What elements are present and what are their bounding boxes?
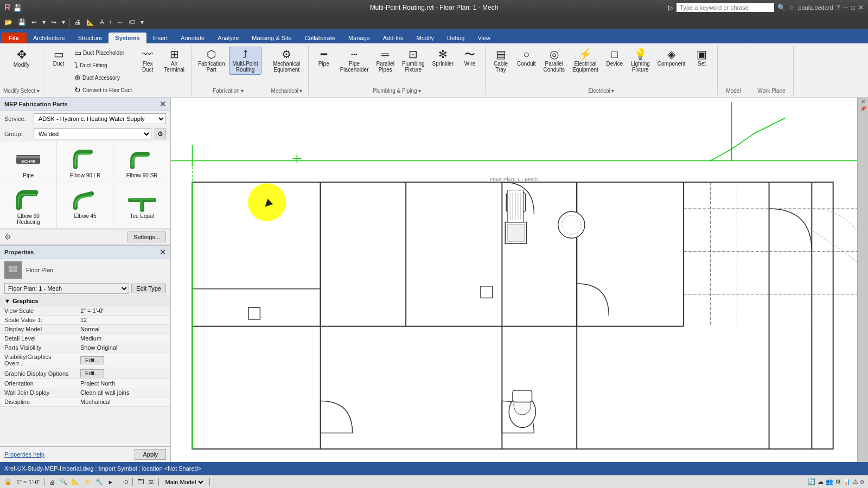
plumbing-expand-icon[interactable]: ▾ (418, 88, 421, 94)
text-btn[interactable]: A (98, 17, 106, 27)
multi-point-routing-btn[interactable]: ⤴ Multi-PointRouting (229, 47, 261, 75)
apply-btn[interactable]: Apply (135, 449, 166, 460)
measure-btn[interactable]: 📐 (84, 17, 97, 27)
part-item-elbow90lr[interactable]: Elbow 90 LR (57, 142, 114, 182)
fabrication-expand-icon[interactable]: ▾ (241, 88, 244, 94)
tab-file[interactable]: File (1, 33, 27, 43)
dimension-btn[interactable]: ↔ (114, 17, 125, 27)
mechanical-equipment-btn[interactable]: ⚙ MechanicalEquipment (270, 47, 304, 75)
settings-btn[interactable]: Settings... (127, 232, 166, 242)
tag-btn[interactable]: 🏷 (126, 17, 137, 27)
electrical-equipment-btn[interactable]: ⚡ ElectricalEquipment (569, 47, 602, 75)
settings-icon[interactable]: ⚙ (835, 478, 841, 485)
pipe-btn[interactable]: ━ Pipe (312, 47, 336, 69)
minimize-btn[interactable]: ─ (843, 4, 848, 11)
edit-type-btn[interactable]: Edit Type (131, 284, 166, 293)
status-icon-2[interactable]: 🖨 (49, 479, 55, 485)
prop-value[interactable]: Edit... (76, 368, 170, 379)
open-btn[interactable]: 📂 (2, 17, 15, 27)
model-select[interactable]: Main Model (163, 478, 205, 486)
pipe-placeholder-btn[interactable]: ┄ PipePlaceholder (337, 47, 372, 75)
tab-debug[interactable]: Debug (441, 33, 471, 43)
tab-view[interactable]: View (471, 33, 497, 43)
properties-help-link[interactable]: Properties help (4, 451, 44, 458)
help-icon[interactable]: ? (837, 4, 840, 11)
canvas-area[interactable]: Floor Plan: 1 - Mech (171, 98, 857, 462)
tab-insert[interactable]: Insert (146, 33, 175, 43)
sync-icon[interactable]: 🔄 (808, 478, 815, 485)
part-item-pipe[interactable]: SCH40 Pipe (0, 142, 57, 182)
air-terminal-btn[interactable]: ⊞ AirTerminal (161, 47, 188, 75)
status-icon-4[interactable]: 📐 (72, 478, 79, 485)
print-btn[interactable]: 🖨 (72, 17, 83, 27)
part-item-teeequal[interactable]: Tee Equal (113, 182, 170, 229)
status-icon-7[interactable]: ► (107, 479, 113, 485)
cable-tray-btn[interactable]: ▤ CableTray (489, 47, 513, 75)
conduit-btn[interactable]: ○ Conduit (514, 47, 539, 69)
star-icon[interactable]: ☆ (789, 4, 795, 11)
quick-save-icon[interactable]: 💾 (13, 4, 22, 12)
parallel-pipes-btn[interactable]: ═ ParallelPipes (373, 47, 398, 75)
service-select[interactable]: ADSK - Hydronic: Heating Water Supply (34, 113, 166, 124)
tab-systems[interactable]: Systems (108, 33, 146, 43)
view-select[interactable]: Floor Plan: 1 - Mech (4, 283, 129, 294)
more-btn[interactable]: ▾ (138, 17, 146, 27)
part-item-elbow90reducing[interactable]: Elbow 90Reducing (0, 182, 57, 229)
mep-panel-close-btn[interactable]: ✕ (159, 100, 166, 108)
properties-panel-close-btn[interactable]: ✕ (159, 248, 166, 256)
tab-massing[interactable]: Massing & Site (245, 33, 298, 43)
status-icon-6[interactable]: 🔧 (95, 478, 103, 485)
part-item-elbow90sr[interactable]: Elbow 90 SR (113, 142, 170, 182)
prop-value[interactable]: Edit... (76, 352, 170, 368)
tab-addins[interactable]: Add-Ins (376, 33, 410, 43)
tab-analyze[interactable]: Analyze (211, 33, 245, 43)
status-scale[interactable]: 1" = 1'-0" (16, 479, 40, 485)
mechanical-expand-icon[interactable]: ▾ (299, 88, 302, 94)
graphics-section-header[interactable]: ▼ Graphics (0, 296, 170, 306)
tab-collaborate[interactable]: Collaborate (298, 33, 342, 43)
search-btn[interactable]: 🔍 (777, 4, 786, 11)
fabrication-part-btn[interactable]: ⬡ FabricationPart (195, 47, 228, 75)
redo-drop-btn[interactable]: ▾ (60, 17, 67, 27)
close-btn[interactable]: ✕ (858, 4, 864, 11)
undo-drop-btn[interactable]: ▾ (40, 17, 48, 27)
tab-annotate[interactable]: Annotate (174, 33, 211, 43)
wire-btn[interactable]: 〜 Wire (458, 47, 482, 69)
tab-architecture[interactable]: Architecture (27, 33, 72, 43)
detail-line-btn[interactable]: / (107, 17, 113, 27)
maximize-btn[interactable]: □ (851, 4, 855, 11)
collab-icon[interactable]: 👥 (826, 478, 833, 485)
right-panel-pin[interactable]: 📌 (860, 106, 866, 112)
tab-modify[interactable]: Modify (410, 33, 441, 43)
modify-btn[interactable]: ✥ Modify (10, 47, 34, 70)
part-item-elbow45[interactable]: Elbow 45 (57, 182, 114, 229)
duct-placeholder-btn[interactable]: ▭ Duct Placeholder (72, 47, 135, 59)
duct-fitting-btn[interactable]: ⤵ Duct Fitting (72, 59, 135, 71)
group-settings-btn[interactable]: ⚙ (155, 129, 166, 139)
status-icon-3[interactable]: 🔍 (60, 478, 67, 485)
select-dropdown[interactable]: Select ▾ (20, 88, 40, 94)
tab-manage[interactable]: Manage (342, 33, 376, 43)
undo-btn[interactable]: ↩ (29, 17, 39, 27)
save-btn[interactable]: 💾 (16, 17, 28, 27)
cloud-icon[interactable]: ☁ (818, 478, 824, 485)
duct-accessory-btn[interactable]: ⊕ Duct Accessory (72, 72, 135, 84)
search-input[interactable] (676, 3, 774, 12)
status-icon-5[interactable]: ⚡ (84, 478, 91, 485)
right-panel-close[interactable]: ✕ (861, 99, 865, 105)
device-btn[interactable]: □ Device (603, 47, 627, 69)
redo-btn[interactable]: ↪ (49, 17, 59, 27)
duct-btn[interactable]: ▭ Duct (47, 47, 71, 69)
tab-structure[interactable]: Structure (72, 33, 109, 43)
convert-flex-btn[interactable]: ↻ Convert to Flex Duct (72, 84, 135, 96)
lighting-fixture-btn[interactable]: 💡 LightingFixture (628, 47, 653, 75)
flex-duct-btn[interactable]: 〰 FlexDuct (136, 47, 159, 75)
view-mode-icon[interactable]: 📊 (843, 478, 851, 485)
parallel-conduits-btn[interactable]: ◎ ParallelConduits (540, 47, 568, 75)
sprinkler-btn[interactable]: ✼ Sprinkler (429, 47, 457, 69)
group-select[interactable]: Welded (34, 129, 151, 139)
plumbing-fixture-btn[interactable]: ⊡ PlumbingFixture (399, 47, 428, 75)
status-icon-1[interactable]: 🔒 (4, 478, 12, 485)
set-btn[interactable]: ▣ Set (690, 47, 714, 69)
electrical-expand-icon[interactable]: ▾ (611, 88, 614, 94)
